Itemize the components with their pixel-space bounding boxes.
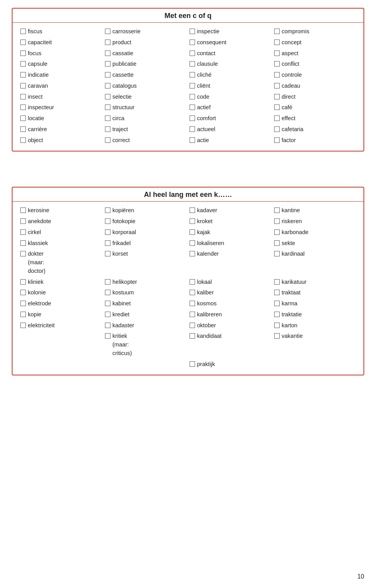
list-item[interactable]: anekdote — [19, 216, 103, 227]
checkbox[interactable] — [105, 251, 110, 256]
list-item[interactable]: kritiek (maar: criticus) — [103, 331, 188, 358]
checkbox[interactable] — [20, 72, 26, 78]
list-item[interactable]: capaciteit — [19, 38, 103, 48]
list-item[interactable]: traject — [103, 124, 188, 135]
list-item[interactable]: insect — [19, 92, 103, 102]
list-item[interactable]: korporaal — [103, 227, 188, 238]
list-item[interactable]: cadeau — [273, 81, 357, 91]
checkbox[interactable] — [190, 105, 195, 110]
list-item[interactable]: object — [19, 135, 103, 146]
list-item[interactable]: kopiëren — [103, 206, 188, 216]
list-item[interactable]: selectie — [103, 92, 188, 102]
list-item[interactable]: café — [273, 103, 357, 113]
list-item[interactable]: caravan — [19, 81, 103, 91]
checkbox[interactable] — [20, 105, 26, 110]
list-item[interactable]: korset — [103, 249, 188, 259]
list-item[interactable] — [273, 359, 357, 361]
list-item[interactable]: actie — [188, 135, 273, 146]
checkbox[interactable] — [190, 323, 195, 328]
checkbox[interactable] — [105, 115, 110, 121]
checkbox[interactable] — [274, 290, 280, 295]
list-item[interactable]: inspecteur — [19, 103, 103, 113]
checkbox[interactable] — [190, 301, 195, 306]
list-item[interactable]: kaliber — [188, 288, 273, 298]
checkbox[interactable] — [190, 312, 195, 317]
checkbox[interactable] — [105, 72, 110, 78]
checkbox[interactable] — [20, 126, 26, 132]
list-item[interactable]: indicatie — [19, 70, 103, 80]
checkbox[interactable] — [20, 115, 26, 121]
list-item[interactable]: carrosserie — [103, 27, 188, 37]
list-item[interactable]: compromis — [273, 27, 357, 37]
list-item[interactable]: aspect — [273, 49, 357, 59]
list-item[interactable]: praktijk — [188, 359, 273, 370]
list-item[interactable]: catalogus — [103, 81, 188, 91]
checkbox[interactable] — [274, 83, 280, 88]
list-item[interactable]: kadaster — [103, 321, 188, 331]
list-item[interactable]: effect — [273, 114, 357, 124]
checkbox[interactable] — [20, 290, 26, 295]
checkbox[interactable] — [105, 105, 110, 110]
checkbox[interactable] — [105, 229, 110, 235]
list-item[interactable]: actueel — [188, 124, 273, 135]
checkbox[interactable] — [105, 40, 110, 45]
checkbox[interactable] — [20, 207, 26, 213]
checkbox[interactable] — [190, 361, 195, 367]
checkbox[interactable] — [105, 312, 110, 317]
checkbox[interactable] — [274, 333, 280, 339]
checkbox[interactable] — [105, 29, 110, 34]
list-item[interactable]: traktaat — [273, 288, 357, 298]
list-item[interactable]: kostuum — [103, 288, 188, 298]
checkbox[interactable] — [190, 115, 195, 121]
list-item[interactable]: fiscus — [19, 27, 103, 37]
list-item[interactable]: structuur — [103, 103, 188, 113]
list-item[interactable]: kolonie — [19, 288, 103, 298]
list-item[interactable]: elektrode — [19, 299, 103, 309]
checkbox[interactable] — [190, 290, 195, 295]
checkbox[interactable] — [105, 290, 110, 295]
checkbox[interactable] — [20, 218, 26, 224]
list-item[interactable]: cirkel — [19, 227, 103, 238]
checkbox[interactable] — [190, 126, 195, 132]
checkbox[interactable] — [274, 207, 280, 213]
checkbox[interactable] — [20, 29, 26, 34]
list-item[interactable]: kerosine — [19, 206, 103, 216]
checkbox[interactable] — [105, 333, 110, 339]
list-item[interactable]: oktober — [188, 321, 273, 331]
list-item[interactable]: dokter (maar: doctor) — [19, 249, 103, 276]
list-item[interactable]: fotokopie — [103, 216, 188, 227]
list-item[interactable]: locatie — [19, 114, 103, 124]
list-item[interactable]: karton — [273, 321, 357, 331]
list-item[interactable]: kantine — [273, 206, 357, 216]
checkbox[interactable] — [274, 51, 280, 56]
checkbox[interactable] — [274, 40, 280, 45]
list-item[interactable]: vakantie — [273, 331, 357, 341]
list-item[interactable]: helikopter — [103, 277, 188, 287]
checkbox[interactable] — [105, 94, 110, 99]
checkbox[interactable] — [190, 251, 195, 256]
checkbox[interactable] — [20, 323, 26, 328]
list-item[interactable]: kajak — [188, 227, 273, 238]
checkbox[interactable] — [20, 94, 26, 99]
checkbox[interactable] — [190, 94, 195, 99]
checkbox[interactable] — [20, 251, 26, 256]
checkbox[interactable] — [274, 137, 280, 143]
list-item[interactable]: consequent — [188, 38, 273, 48]
list-item[interactable] — [19, 331, 103, 333]
checkbox[interactable] — [190, 229, 195, 235]
list-item[interactable]: conflict — [273, 59, 357, 69]
list-item[interactable]: karikatuur — [273, 277, 357, 287]
checkbox[interactable] — [190, 29, 195, 34]
checkbox[interactable] — [20, 83, 26, 88]
list-item[interactable]: actief — [188, 103, 273, 113]
checkbox[interactable] — [190, 61, 195, 67]
checkbox[interactable] — [105, 137, 110, 143]
list-item[interactable]: riskeren — [273, 216, 357, 227]
checkbox[interactable] — [274, 29, 280, 34]
list-item[interactable]: elektriciteit — [19, 321, 103, 331]
checkbox[interactable] — [274, 72, 280, 78]
checkbox[interactable] — [274, 323, 280, 328]
list-item[interactable]: carrière — [19, 124, 103, 135]
list-item[interactable]: klassiek — [19, 238, 103, 249]
checkbox[interactable] — [274, 126, 280, 132]
